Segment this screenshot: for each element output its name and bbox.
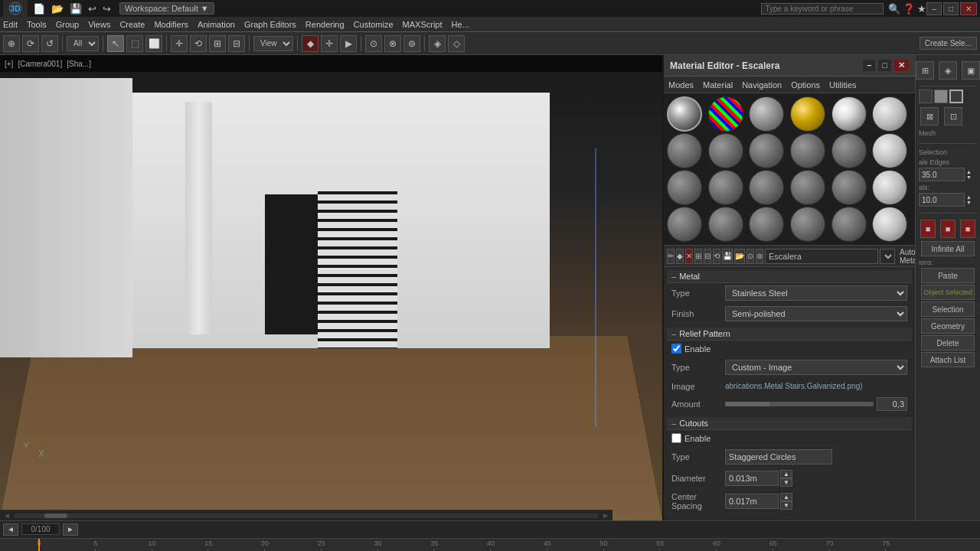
- diameter-up[interactable]: ▲: [780, 470, 792, 478]
- mat-menu-navigation[interactable]: Navigation: [742, 80, 782, 90]
- new-icon[interactable]: 📄: [31, 2, 47, 15]
- menu-help[interactable]: He...: [452, 20, 469, 29]
- rpanel-edges-val[interactable]: [919, 168, 965, 181]
- close-button[interactable]: ✕: [960, 2, 977, 15]
- menu-group[interactable]: Group: [56, 20, 80, 29]
- mat-sphere-3[interactable]: [790, 96, 825, 132]
- mat-sphere-22[interactable]: [831, 207, 867, 242]
- rotate-tool[interactable]: ↺: [41, 35, 58, 52]
- timeline-next[interactable]: ►: [63, 523, 78, 536]
- mat-sphere-20[interactable]: [749, 207, 784, 242]
- mat-menu-utilities[interactable]: Utilities: [829, 80, 856, 90]
- keyword-search[interactable]: [761, 3, 884, 15]
- rpanel-attach-btn[interactable]: Attach List: [921, 352, 975, 367]
- horizontal-scrollbar[interactable]: ◄ ►: [0, 510, 612, 520]
- color-swatch-grey[interactable]: [934, 90, 948, 103]
- cutouts-section-header[interactable]: – Cutouts: [667, 417, 912, 430]
- mat-sphere-17[interactable]: [872, 170, 907, 205]
- transform-btn[interactable]: ⟲: [190, 35, 207, 52]
- create-selection-btn[interactable]: Create Sele...: [920, 37, 977, 50]
- render-btn[interactable]: ▶: [340, 35, 357, 52]
- mat-sphere-10[interactable]: [831, 133, 867, 168]
- relief-section-header[interactable]: – Relief Pattern: [667, 328, 912, 341]
- menu-edit[interactable]: Edit: [3, 20, 18, 29]
- mat-load[interactable]: 📂: [734, 249, 745, 264]
- relief-type-select[interactable]: Custom - Image: [725, 360, 907, 375]
- save-icon[interactable]: 💾: [67, 2, 84, 15]
- weld-up[interactable]: ▲: [966, 194, 972, 200]
- maximize-button[interactable]: □: [943, 2, 959, 15]
- scroll-right[interactable]: ►: [602, 511, 609, 520]
- mat-sphere-18[interactable]: [667, 207, 702, 242]
- open-icon[interactable]: 📂: [49, 2, 66, 15]
- menu-animation[interactable]: Animation: [198, 20, 235, 29]
- mat-sphere-11[interactable]: [872, 133, 907, 168]
- weld-down[interactable]: ▼: [966, 200, 972, 205]
- cutouts-diameter-input[interactable]: [725, 471, 779, 486]
- rpanel-weld-val[interactable]: [919, 193, 965, 207]
- cutouts-type-input[interactable]: [725, 449, 832, 465]
- rpanel-geometry-btn[interactable]: Geometry: [921, 318, 975, 334]
- scroll-left[interactable]: ◄: [3, 511, 11, 520]
- menu-modifiers[interactable]: Modifiers: [154, 20, 188, 29]
- redo-icon[interactable]: ↪: [100, 2, 113, 15]
- metal-type-select[interactable]: Stainless Steel: [725, 285, 907, 301]
- material-icon-btn[interactable]: ◆: [302, 35, 318, 52]
- mat-sphere-16[interactable]: [831, 170, 867, 205]
- star-icon[interactable]: ★: [917, 3, 926, 15]
- mat-sphere-13[interactable]: [708, 170, 743, 205]
- rpanel-icon-3[interactable]: ▣: [962, 61, 980, 80]
- filter-dropdown[interactable]: All: [67, 36, 99, 51]
- menu-maxscript[interactable]: MAXScript: [403, 20, 443, 29]
- menu-views[interactable]: Views: [88, 20, 110, 29]
- diameter-down[interactable]: ▼: [780, 478, 792, 487]
- mat-copy[interactable]: ⊞: [694, 249, 702, 264]
- minimize-button[interactable]: –: [926, 2, 942, 15]
- menu-create[interactable]: Create: [119, 20, 145, 29]
- rpanel-red-btn-2[interactable]: ■: [940, 220, 956, 238]
- color-swatch-neutral[interactable]: [919, 90, 933, 103]
- align-btn[interactable]: ⊟: [228, 35, 245, 52]
- mat-sphere-14[interactable]: [749, 170, 784, 205]
- mat-reset[interactable]: ⟲: [713, 249, 720, 264]
- rpanel-red-btn-3[interactable]: ■: [960, 220, 975, 238]
- extra-btn-5[interactable]: ◇: [448, 35, 465, 52]
- mat-sphere-19[interactable]: [708, 207, 743, 242]
- menu-rendering[interactable]: Rendering: [305, 20, 345, 29]
- timeline-prev[interactable]: ◄: [3, 523, 18, 536]
- mat-scene[interactable]: ⊙: [746, 249, 754, 264]
- relief-amount-input[interactable]: [877, 397, 907, 411]
- mat-save[interactable]: 💾: [722, 249, 733, 264]
- mat-sphere-0[interactable]: [667, 96, 702, 132]
- workspace-selector[interactable]: Workspace: Default ▼: [119, 2, 214, 15]
- mat-sphere-23[interactable]: [872, 207, 907, 242]
- move-tool[interactable]: ⟳: [22, 35, 39, 52]
- timeline-slider[interactable]: [38, 539, 40, 551]
- rpanel-red-btn-1[interactable]: ■: [920, 220, 936, 238]
- mat-minimize[interactable]: –: [863, 60, 875, 71]
- rpanel-paste-btn[interactable]: Paste: [921, 268, 975, 283]
- help-icon[interactable]: ❓: [903, 3, 915, 15]
- mat-menu-modes[interactable]: Modes: [668, 80, 694, 90]
- mat-menu-material[interactable]: Material: [703, 80, 733, 90]
- search-icon[interactable]: 🔍: [888, 3, 900, 15]
- mirror-btn[interactable]: ⊞: [209, 35, 226, 52]
- mat-delete[interactable]: ✕: [685, 249, 693, 264]
- menu-customize[interactable]: Customize: [354, 20, 394, 29]
- spacing-down[interactable]: ▼: [780, 501, 792, 510]
- metal-collapse-icon[interactable]: –: [671, 272, 676, 281]
- mat-sphere-6[interactable]: [667, 133, 702, 168]
- viewport-plus[interactable]: [+]: [5, 60, 13, 68]
- mat-sphere-9[interactable]: [790, 133, 825, 168]
- edges-down[interactable]: ▼: [966, 174, 972, 180]
- mat-sphere-15[interactable]: [790, 170, 825, 205]
- mat-menu-options[interactable]: Options: [791, 80, 820, 90]
- relief-collapse-icon[interactable]: –: [671, 329, 676, 338]
- rpanel-icon-1[interactable]: ⊞: [916, 61, 934, 80]
- scroll-track[interactable]: [14, 514, 599, 518]
- rpanel-selection-btn[interactable]: Selection: [921, 302, 975, 317]
- render-setup[interactable]: ✛: [321, 35, 338, 52]
- extra-btn-2[interactable]: ⊗: [384, 35, 401, 52]
- mat-pick[interactable]: ⊚: [756, 249, 763, 264]
- pivot-btn[interactable]: ✛: [171, 35, 188, 52]
